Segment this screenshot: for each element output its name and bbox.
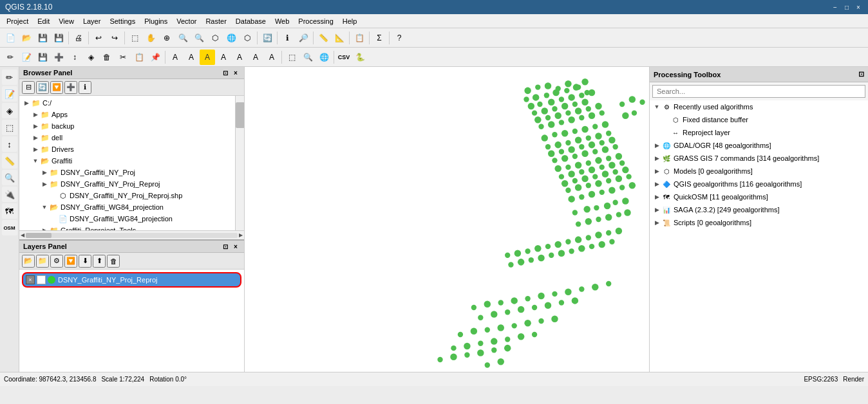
menu-settings[interactable]: Settings [106,16,139,26]
toolbox-tree-item[interactable]: ▶🌿GRASS GIS 7 commands [314 geoalgorithm… [650,152,868,165]
browser-tree-item[interactable]: ⬡DSNY_Graffiti_NY_Proj_Reproj.shp [19,190,234,201]
label-btn[interactable]: A [167,50,183,65]
collapse-all-btn[interactable]: ⬆ [93,255,106,268]
toolbox-tree-item[interactable]: ▶⬡Models [0 geoalgorithms] [650,165,868,178]
layers-float-btn[interactable]: ⊡ [221,242,230,251]
browser-tree-item[interactable]: ▶📁backup [19,120,234,132]
browser-close-btn[interactable]: × [231,68,240,77]
browser-tree-item[interactable]: ▶📁Graffiti_Reproject_Tools [19,225,234,230]
toolbox-tree-item[interactable]: ▼⚙Recently used algorithms [650,100,868,113]
label7-btn[interactable]: A [264,50,279,65]
toolbox-tree-item[interactable]: ↔Reproject layer [650,126,868,139]
browser-tree-item[interactable]: ▶📁Apps [19,109,234,120]
help-btn[interactable]: ? [392,30,407,46]
label2-btn[interactable]: A [184,50,199,65]
label4-btn[interactable]: A [216,50,231,65]
map-area[interactable] [245,67,649,372]
menu-database[interactable]: Database [232,16,270,26]
expand-all-btn[interactable]: ⬇ [79,255,91,268]
layer-remove-btn[interactable]: × [26,275,35,284]
filter-layer-btn[interactable]: 🔽 [64,255,77,268]
identify-btn[interactable]: 🔎 [296,30,311,46]
browser-tree-item[interactable]: ▶📁C:/ [19,97,234,109]
toolbox-tree-item[interactable]: ⬡Fixed distance buffer [650,113,868,126]
new-project-btn[interactable]: 📄 [3,30,18,46]
redo-btn[interactable]: ↪ [107,30,122,46]
browser-refresh-btn[interactable]: 🔄 [36,81,49,94]
print-btn[interactable]: 🖨 [71,30,86,46]
osm-side-btn[interactable]: OSM [2,220,17,235]
label3-btn[interactable]: A [200,50,215,65]
menu-project[interactable]: Project [3,16,32,26]
digitize-side-btn[interactable]: ✏ [2,69,17,85]
add-group-btn[interactable]: 📁 [36,255,49,268]
label6-btn[interactable]: A [248,50,263,65]
measure-side-btn[interactable]: 📏 [2,153,17,169]
add-feature-btn[interactable]: ➕ [51,50,66,65]
zoom-out-btn[interactable]: 🔍 [191,30,207,46]
edit-side-btn[interactable]: 📝 [2,86,17,102]
delete-selected-btn[interactable]: 🗑 [99,50,115,65]
cut-feature-btn[interactable]: ✂ [115,50,131,65]
layers-close-btn[interactable]: × [231,242,240,251]
search-input[interactable] [652,85,865,98]
browser-tree-item[interactable]: ▶📁Drivers [19,143,234,155]
refresh-btn[interactable]: 🔄 [259,30,275,46]
node-tool-btn[interactable]: ◈ [83,50,99,65]
edit-btn[interactable]: 📝 [19,50,34,65]
menu-plugins[interactable]: Plugins [140,16,171,26]
measure-area-btn[interactable]: 📐 [332,30,347,46]
save-btn[interactable]: 💾 [35,30,50,46]
measure-btn[interactable]: 📏 [316,30,331,46]
browser-filter-btn[interactable]: 🔽 [50,81,63,94]
pan-btn[interactable]: ✋ [143,30,158,46]
zoom-side-btn[interactable]: 🔍 [2,170,17,185]
browser-tree-item[interactable]: ▶📁dell [19,132,234,143]
copy-feature-btn[interactable]: 📋 [131,50,147,65]
csv-btn[interactable]: CSV [336,50,352,65]
move-side-btn[interactable]: ↕ [2,136,17,152]
menu-view[interactable]: View [55,16,78,26]
geo-search-btn[interactable]: 🔍 [300,50,316,65]
menu-edit[interactable]: Edit [33,16,53,26]
close-btn[interactable]: × [854,3,863,12]
hscroll-left-arrow[interactable]: ◀ [21,232,24,238]
toolbox-tree-item[interactable]: ▶🗺QuickOSM [11 geoalgorithms] [650,190,868,203]
select-features-btn[interactable]: ⬚ [284,50,299,65]
status-render[interactable]: Render [843,376,864,383]
menu-vector[interactable]: Vector [173,16,200,26]
browser-float-btn[interactable]: ⊡ [221,68,230,77]
zoom-full-btn[interactable]: 🌐 [223,30,239,46]
browser-hscroll[interactable]: ◀ ▶ [19,230,244,239]
hscroll-right-arrow[interactable]: ▶ [239,232,243,238]
browser-tree-item[interactable]: ▼📂Graffiti [19,155,234,167]
digitize-btn[interactable]: ✏ [3,50,18,65]
browser-add-btn[interactable]: ➕ [64,81,77,94]
python-btn[interactable]: 🐍 [352,50,368,65]
manage-layer-btn[interactable]: ⚙ [50,255,63,268]
plugin-side-btn[interactable]: 🔌 [2,187,17,202]
move-feature-btn[interactable]: ↕ [67,50,82,65]
layer-item[interactable]: ×✓DSNY_Graffiti_NY_Proj_Reproj [22,272,241,288]
label5-btn[interactable]: A [232,50,247,65]
toolbox-tree-item[interactable]: ▶🔷QGIS geoalgorithms [116 geoalgorithms] [650,178,868,190]
toolbox-tree-item[interactable]: ▶📜Scripts [0 geoalgorithms] [650,216,868,229]
menu-processing[interactable]: Processing [294,16,337,26]
open-btn[interactable]: 📂 [19,30,34,46]
browser-tree-item[interactable]: ▼📂DSNY_Graffiti_WG84_projection [19,201,234,213]
browser-info-btn[interactable]: ℹ [79,81,91,94]
info-btn[interactable]: ℹ [279,30,295,46]
browser-tree-item[interactable]: ▶📁DSNY_Graffiti_NY_Proj [19,167,234,178]
terrain-side-btn[interactable]: 🗺 [2,203,17,219]
zoom-layer-btn[interactable]: ⬡ [240,30,255,46]
sum-btn[interactable]: Σ [372,30,387,46]
maximize-btn[interactable]: □ [842,3,851,12]
geo-search2-btn[interactable]: 🌐 [316,50,332,65]
zoom-rubber-btn[interactable]: ⬡ [207,30,223,46]
browser-vscroll[interactable] [235,96,244,230]
paste-feature-btn[interactable]: 📌 [147,50,163,65]
menu-layer[interactable]: Layer [79,16,105,26]
menu-help[interactable]: Help [339,16,361,26]
open-layer-btn[interactable]: 📂 [22,255,35,268]
attr-table-btn[interactable]: 📋 [352,30,367,46]
